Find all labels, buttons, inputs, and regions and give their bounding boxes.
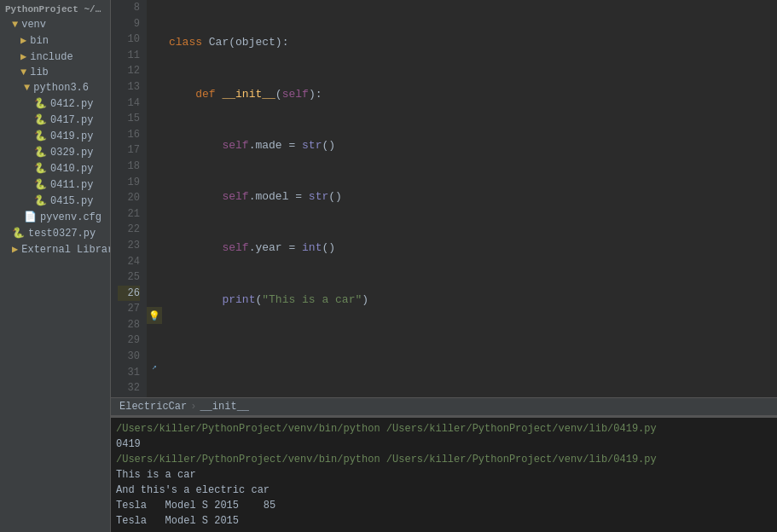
sidebar-item-0329[interactable]: 🐍 0329.py [0, 144, 110, 160]
folder-icon: ▶ [12, 243, 18, 256]
line-numbers: 89101112 1314151617 1819202122 232425 26… [111, 0, 147, 397]
folder-icon: ▼ [12, 19, 18, 31]
gutter-area: 💡 ↗ ↗ [147, 0, 162, 397]
sidebar-item-venv[interactable]: ▼ venv [0, 17, 110, 32]
terminal[interactable]: /Users/killer/PythonProject/venv/bin/pyt… [111, 416, 777, 532]
sidebar-label: External Libraries [21, 244, 111, 256]
code-line-14 [169, 343, 777, 360]
sidebar-item-include[interactable]: ▶ include [0, 49, 110, 65]
py-icon: 🐍 [34, 146, 47, 159]
sidebar-item-python36[interactable]: ▼ python3.6 [0, 80, 110, 95]
sidebar-label: 0410.py [50, 163, 93, 175]
code-line-8: class Car(object): [169, 34, 777, 51]
sidebar-item-pyvenv[interactable]: 📄 pyvenv.cfg [0, 209, 110, 225]
py-icon: 🐍 [34, 162, 47, 175]
py-icon: 🐍 [34, 97, 47, 110]
code-container[interactable]: 89101112 1314151617 1819202122 232425 26… [111, 0, 777, 397]
sidebar-title: PythonProject ~/Pyt [0, 2, 110, 17]
sidebar-label: bin [30, 35, 49, 47]
code-line-10: self.made = str() [169, 137, 777, 154]
sidebar-label: pyvenv.cfg [40, 211, 101, 223]
terminal-out-1: This is a car [116, 467, 772, 483]
code-line-9: def __init__(self): [169, 86, 777, 103]
main-area: PythonProject ~/Pyt ▼ venv ▶ bin ▶ inclu… [0, 0, 777, 532]
folder-icon: ▶ [20, 50, 26, 63]
step-icon: ↗ [152, 361, 157, 372]
py-icon: 🐍 [34, 130, 47, 142]
py-icon: 🐍 [34, 113, 47, 126]
sidebar-item-bin[interactable]: ▶ bin [0, 32, 110, 49]
sidebar-label: python3.6 [33, 82, 89, 94]
terminal-output-0419: 0419 [116, 437, 772, 452]
sidebar-label: test0327.py [28, 228, 96, 240]
terminal-out-4: Tesla Model S 2015 [116, 513, 772, 529]
sidebar-label: venv [21, 19, 46, 31]
sidebar-label: 0411.py [50, 179, 93, 191]
code-lines[interactable]: class Car(object): def __init__(self): s… [162, 0, 777, 397]
sidebar-item-0412[interactable]: 🐍 0412.py [0, 95, 110, 112]
sidebar-item-0417[interactable]: 🐍 0417.py [0, 112, 110, 128]
sidebar-item-ext-libs[interactable]: ▶ External Libraries [0, 241, 110, 257]
py-icon: 🐍 [34, 178, 47, 191]
code-line-13: print("This is a car") [169, 292, 777, 309]
terminal-out-3: Tesla Model S 2015 85 [116, 498, 772, 513]
code-line-15: def getCarInfo(self): [169, 394, 777, 397]
code-line-11: self.model = str() [169, 188, 777, 205]
code-line-12: self.year = int() [169, 240, 777, 257]
breadcrumb-separator: › [190, 401, 196, 413]
sidebar: PythonProject ~/Pyt ▼ venv ▶ bin ▶ inclu… [0, 0, 111, 532]
breadcrumb-method: __init__ [200, 401, 249, 413]
sidebar-label: 0329.py [50, 147, 93, 159]
sidebar-label: include [30, 51, 72, 63]
sidebar-label: 0417.py [50, 114, 93, 126]
terminal-out-2: And this's a electric car [116, 483, 772, 498]
breadcrumb: ElectricCar › __init__ [111, 397, 777, 416]
folder-icon: ▼ [20, 66, 26, 78]
sidebar-label: 0412.py [50, 98, 93, 110]
py-icon: 🐍 [12, 227, 25, 240]
sidebar-item-0410[interactable]: 🐍 0410.py [0, 160, 110, 176]
bulb-icon[interactable]: 💡 [148, 310, 160, 321]
sidebar-label: lib [30, 66, 49, 78]
sidebar-item-0415[interactable]: 🐍 0415.py [0, 193, 110, 209]
folder-icon: ▼ [24, 82, 30, 94]
sidebar-item-0411[interactable]: 🐍 0411.py [0, 176, 110, 193]
sidebar-item-test0327[interactable]: 🐍 test0327.py [0, 225, 110, 241]
breadcrumb-class: ElectricCar [119, 401, 187, 413]
editor-area: 89101112 1314151617 1819202122 232425 26… [111, 0, 777, 532]
terminal-command: /Users/killer/PythonProject/venv/bin/pyt… [116, 421, 772, 437]
folder-icon: ▶ [20, 34, 26, 47]
sidebar-item-0419[interactable]: 🐍 0419.py [0, 128, 110, 144]
sidebar-label: 0415.py [50, 195, 93, 207]
sidebar-label: 0419.py [50, 130, 93, 142]
py-icon: 🐍 [34, 194, 47, 207]
sidebar-item-lib[interactable]: ▼ lib [0, 65, 110, 80]
cfg-icon: 📄 [24, 211, 37, 223]
terminal-full-cmd: /Users/killer/PythonProject/venv/bin/pyt… [116, 452, 772, 467]
